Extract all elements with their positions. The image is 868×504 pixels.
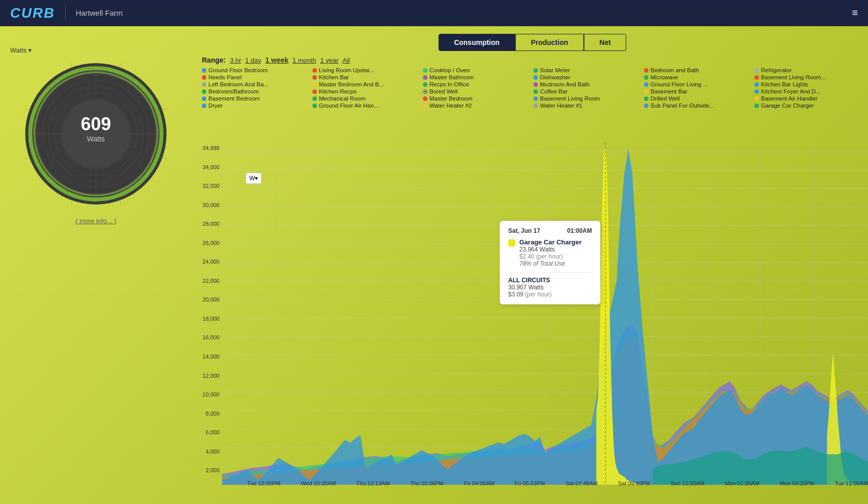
tooltip: Sat, Jun 17 01:00AM Garage Car Charger 2… — [500, 221, 601, 305]
legend-item: Microwave — [644, 74, 752, 80]
range-1month[interactable]: 1 month — [293, 57, 316, 64]
legend-item: Dryer — [202, 103, 310, 109]
legend-item: Bedroom/Bathroom — [202, 88, 310, 94]
legend-item: Sub Panel For Outside... — [644, 103, 752, 109]
legend-item: Kitchen/ Foyer And D... — [754, 88, 863, 94]
legend-item: Bedroom and Bath — [644, 67, 752, 73]
legend-item: Master Bathroom — [423, 74, 531, 80]
legend-item: Coffee Bar — [533, 88, 642, 94]
tooltip-circuit-name: Garage Car Charger — [519, 238, 582, 246]
legend-item: Left Bedroom And Ba... — [202, 81, 310, 87]
legend-item: Basement Bedroom — [202, 95, 310, 102]
range-label: Range: — [202, 56, 226, 64]
chart-wrapper: 34,888 34,000 32,000 30,000 28,000 26,00… — [197, 142, 868, 489]
legend: Ground Floor Bedroom Living Room Upstai.… — [197, 64, 868, 112]
chart-area: Consumption Production Net Range: 3 hr 1… — [197, 26, 868, 504]
legend-item: Kitchen Bar — [312, 74, 421, 80]
tooltip-all-watts: 30,907 Watts — [508, 284, 592, 291]
w-axis-button[interactable]: W▾ — [246, 173, 261, 184]
tab-net[interactable]: Net — [584, 34, 627, 51]
header: CURB Hartwell Farm ≡ — [0, 0, 868, 26]
y-axis: 34,888 34,000 32,000 30,000 28,000 26,00… — [197, 142, 222, 489]
legend-item: Basement Living Room... — [754, 74, 863, 80]
tab-production[interactable]: Production — [515, 34, 584, 51]
legend-item: Drilled Well — [644, 95, 752, 102]
legend-item: Mudroom And Bath — [533, 81, 642, 87]
legend-item: Cooktop / Oven — [423, 67, 531, 73]
range-1year[interactable]: 1 year — [320, 57, 339, 64]
legend-item: Mechanical Room — [312, 95, 421, 102]
tooltip-circuit-pct: 78% of Total Use — [519, 260, 582, 267]
legend-item: Ground Floor Living ... — [644, 81, 752, 87]
legend-item: Recps In Office — [423, 81, 531, 87]
legend-item: Ground Floor Air Han... — [312, 103, 421, 109]
logo: CURB — [10, 5, 55, 21]
legend-item: Bored Well — [423, 88, 531, 94]
header-divider — [65, 6, 66, 21]
tooltip-header: Sat, Jun 17 01:00AM — [508, 227, 592, 234]
legend-item: Basement Living Room — [533, 95, 642, 102]
more-info-link[interactable]: ( more info... ) — [10, 217, 182, 225]
tab-consumption[interactable]: Consumption — [439, 34, 515, 51]
tooltip-circuit-watts: 23,964 Watts — [519, 246, 582, 253]
legend-item: Basement Bar — [644, 88, 752, 94]
tooltip-circuit-dot — [508, 239, 515, 246]
legend-item: Garage Car Charger — [754, 103, 863, 109]
legend-item: Master Bedroom And B... — [312, 81, 421, 87]
range-1week[interactable]: 1 week — [265, 56, 289, 64]
main-background: Watts ▾ — [0, 26, 868, 504]
legend-item: Water Heater #1 — [533, 103, 642, 109]
legend-item: Needs Panel — [202, 74, 310, 80]
x-axis: Tue 12:00PM Wed 10:20AM Thu 12:13AM Thu … — [247, 480, 868, 486]
tooltip-circuit-info: Garage Car Charger 23,964 Watts $2.40 (p… — [519, 238, 582, 267]
legend-item: Kitchen Recps — [312, 88, 421, 94]
tooltip-circuit-cost: $2.40 (per hour) — [519, 253, 582, 260]
tooltip-circuit: Garage Car Charger 23,964 Watts $2.40 (p… — [508, 238, 592, 267]
svg-text:609: 609 — [81, 114, 111, 134]
legend-item: Ground Floor Bedroom — [202, 67, 310, 73]
svg-text:Watts: Watts — [87, 135, 104, 143]
watts-dropdown[interactable]: Watts ▾ — [10, 46, 182, 54]
range-all[interactable]: All — [343, 57, 350, 64]
range-row: Range: 3 hr 1 day 1 week 1 month 1 year … — [197, 56, 868, 64]
legend-item: Solar Meter — [533, 67, 642, 73]
tooltip-all-circuits-label: ALL CIRCUITS — [508, 277, 592, 284]
tabs-row: Consumption Production Net — [197, 34, 868, 51]
legend-item: Kitchen Bar Lights — [754, 81, 863, 87]
chart-svg[interactable]: Sat, Jun 17 01:00AM Garage Car Charger 2… — [222, 142, 868, 489]
legend-item: Living Room Upstai... — [312, 67, 421, 73]
gauge-circle: 609 Watts — [20, 58, 172, 210]
legend-item: Refrigerator — [754, 67, 863, 73]
range-1day[interactable]: 1 day — [245, 57, 261, 64]
legend-item: Master Bedroom — [423, 95, 531, 102]
legend-item: Water Heater #2 — [423, 103, 531, 109]
tooltip-divider — [508, 272, 592, 273]
tooltip-date: Sat, Jun 17 — [508, 227, 540, 234]
tooltip-all-cost: $3.09 (per hour) — [508, 291, 592, 298]
legend-item: Basement Air Handler — [754, 95, 863, 102]
range-3hr[interactable]: 3 hr — [230, 57, 241, 64]
legend-item: Dishwasher — [533, 74, 642, 80]
gauge-container: Watts ▾ — [10, 46, 182, 259]
menu-icon[interactable]: ≡ — [852, 7, 858, 19]
tooltip-time: 01:00AM — [567, 227, 592, 234]
farm-name: Hartwell Farm — [76, 9, 123, 17]
